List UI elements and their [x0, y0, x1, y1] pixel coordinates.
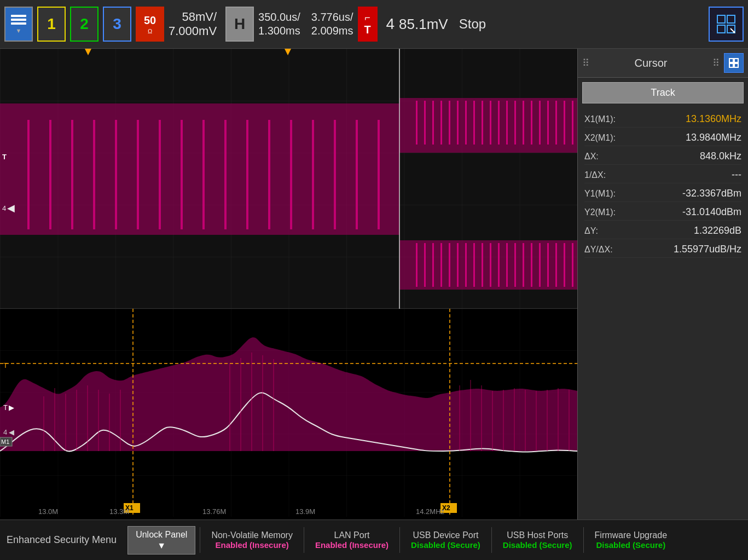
dy-row: ΔY: 1.32269dB	[584, 223, 741, 239]
svg-rect-38	[482, 101, 483, 145]
scope-area: T 4◀	[0, 49, 577, 519]
svg-rect-64	[531, 243, 532, 287]
svg-rect-61	[506, 243, 508, 287]
svg-text:◀: ◀	[9, 428, 14, 436]
svg-text:13.3M: 13.3M	[109, 507, 129, 516]
svg-rect-50	[416, 243, 418, 287]
channel4-display: 4	[386, 15, 395, 33]
svg-rect-11	[399, 98, 577, 153]
svg-rect-19	[159, 120, 161, 229]
svg-rect-52	[432, 243, 434, 287]
svg-rect-68	[564, 243, 565, 287]
panel-drag-handle-right[interactable]: ⠿	[712, 57, 720, 69]
svg-rect-15	[71, 120, 73, 229]
channel2-button[interactable]: 2	[70, 7, 98, 42]
svg-rect-18	[137, 120, 139, 229]
upper-waveform: T 4◀	[0, 49, 577, 309]
usb-host-ports-item[interactable]: USB Host Ports Disabled (Secure)	[491, 527, 583, 553]
non-volatile-memory-item[interactable]: Non-Volatile Memory Enabled (Insecure)	[200, 527, 304, 553]
svg-rect-53	[440, 243, 442, 287]
svg-rect-14	[49, 120, 51, 229]
svg-rect-48	[564, 101, 565, 145]
svg-rect-42	[514, 101, 516, 145]
panel-drag-handle[interactable]: ⠿	[582, 57, 589, 69]
svg-rect-55	[457, 243, 459, 287]
svg-rect-27	[334, 120, 336, 229]
panel-title: Cursor	[594, 57, 708, 70]
x2-row: X2(M1): 13.9840MHz	[584, 130, 741, 146]
svg-text:M1: M1	[1, 438, 9, 445]
svg-rect-39	[490, 101, 491, 145]
svg-rect-49	[572, 101, 573, 145]
unlock-panel-button[interactable]: Unlock Panel ▼	[127, 526, 195, 555]
svg-text:4: 4	[3, 428, 7, 436]
grid-view-button[interactable]	[709, 7, 744, 42]
svg-rect-118	[729, 59, 733, 62]
svg-rect-35	[457, 101, 459, 145]
dx-row: ΔX: 848.0kHz	[584, 148, 741, 165]
security-menu-label: Enhanced Security Menu	[0, 530, 123, 550]
t-marker: T	[2, 153, 7, 161]
svg-rect-56	[465, 243, 467, 287]
svg-text:T: T	[3, 361, 8, 370]
impedance-button[interactable]: 50 Ω	[136, 7, 164, 42]
svg-rect-33	[440, 101, 442, 145]
panel-icon-button[interactable]	[724, 53, 744, 73]
h-button[interactable]: H	[225, 7, 254, 42]
svg-rect-25	[290, 120, 292, 229]
svg-rect-12	[399, 240, 577, 290]
lan-port-item[interactable]: LAN Port Enabled (Insecure)	[304, 527, 399, 553]
svg-rect-0	[717, 15, 725, 23]
channel1-button[interactable]: 1	[37, 7, 66, 42]
svg-rect-13	[27, 120, 30, 229]
svg-rect-67	[555, 243, 557, 287]
svg-rect-65	[539, 243, 541, 287]
svg-rect-8	[0, 49, 577, 309]
time-display: 350.0us/ 3.776us/ 1.300ms 2.009ms	[258, 11, 353, 37]
trigger-button[interactable]: ⌐ T	[358, 7, 378, 42]
usb-device-port-item[interactable]: USB Device Port Disabled (Secure)	[399, 527, 491, 553]
svg-rect-63	[523, 243, 524, 287]
ch4-level-marker: 4◀	[2, 202, 15, 214]
menu-button[interactable]: ▼	[4, 7, 33, 42]
panel-header: ⠿ Cursor ⠿	[578, 49, 748, 78]
svg-rect-121	[734, 63, 738, 67]
svg-rect-43	[523, 101, 524, 145]
svg-rect-120	[729, 63, 733, 67]
svg-rect-60	[498, 243, 500, 287]
svg-rect-28	[356, 120, 358, 229]
bottom-bar: Enhanced Security Menu Unlock Panel ▼ No…	[0, 519, 748, 560]
svg-rect-66	[547, 243, 549, 287]
svg-rect-34	[449, 101, 450, 145]
voltage-large-display: 85.1mV	[399, 16, 448, 33]
svg-rect-57	[473, 243, 475, 287]
channel3-button[interactable]: 3	[103, 7, 131, 42]
stop-display: Stop	[459, 16, 486, 32]
svg-rect-37	[473, 101, 475, 145]
cursor-data: X1(M1): 13.1360MHz X2(M1): 13.9840MHz ΔX…	[578, 108, 748, 261]
cursor-panel: ⠿ Cursor ⠿ Track X1(M1): 13.1360MHz X2(M…	[577, 49, 748, 519]
firmware-upgrade-item[interactable]: Firmware Upgrade Disabled (Secure)	[583, 527, 678, 553]
svg-text:13.76M: 13.76M	[202, 507, 226, 516]
svg-rect-119	[734, 59, 738, 62]
x1-row: X1(M1): 13.1360MHz	[584, 111, 741, 128]
svg-rect-45	[539, 101, 541, 145]
svg-rect-47	[555, 101, 557, 145]
svg-rect-41	[506, 101, 508, 145]
svg-rect-9	[0, 49, 577, 309]
inv-dx-row: 1/ΔX: ---	[584, 167, 741, 183]
svg-rect-23	[246, 120, 248, 229]
svg-text:13.9M: 13.9M	[295, 507, 315, 516]
svg-rect-16	[93, 120, 95, 229]
svg-rect-30	[416, 101, 418, 145]
y2-row: Y2(M1): -31.0140dBm	[584, 204, 741, 221]
svg-rect-40	[498, 101, 500, 145]
track-button[interactable]: Track	[582, 82, 744, 103]
svg-text:▶: ▶	[9, 403, 14, 412]
svg-rect-44	[531, 101, 532, 145]
dy-dx-row: ΔY/ΔX: 1.55977udB/Hz	[584, 241, 741, 258]
svg-text:14.2MHz: 14.2MHz	[416, 507, 445, 516]
svg-rect-26	[312, 120, 314, 229]
svg-rect-62	[514, 243, 516, 287]
svg-rect-22	[224, 120, 227, 229]
